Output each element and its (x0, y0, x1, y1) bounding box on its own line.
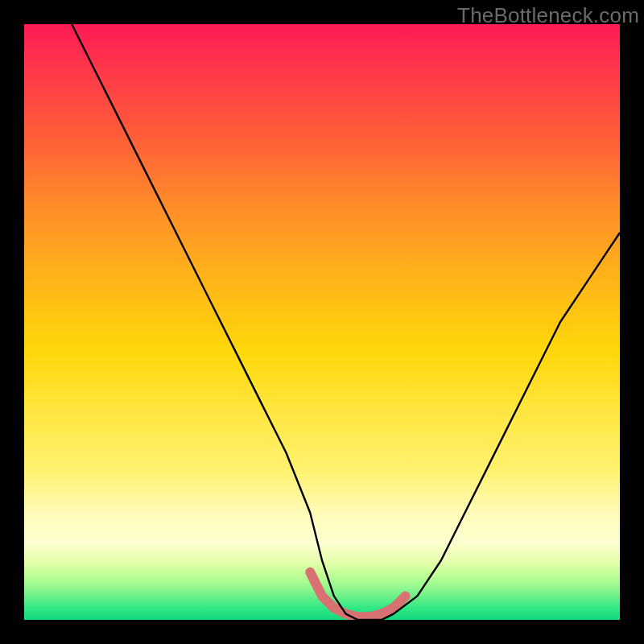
plot-area (24, 24, 620, 620)
attribution-text: TheBottleneck.com (457, 3, 639, 28)
curve-layer (24, 24, 620, 620)
chart-frame: TheBottleneck.com (0, 0, 644, 644)
basin-highlight-path (310, 572, 405, 617)
bottleneck-curve-path (72, 24, 620, 620)
